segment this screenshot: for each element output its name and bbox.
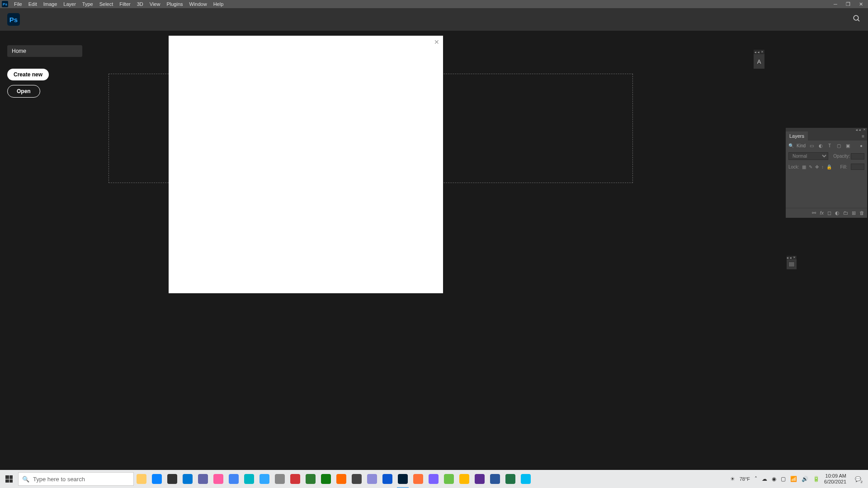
tray-chevron-icon[interactable]: ˄: [755, 476, 757, 482]
main-workspace: Home Create new Open ✕ ◄◄ ✕ A ◄◄ ✕ Layer…: [0, 31, 868, 470]
delete-layer-icon[interactable]: 🗑: [859, 210, 864, 216]
layer-style-icon[interactable]: fx: [820, 210, 824, 216]
new-layer-icon[interactable]: ⊞: [852, 210, 856, 216]
menu-layer[interactable]: Layer: [60, 1, 79, 7]
network-icon[interactable]: 📶: [790, 476, 797, 482]
taskbar-app-0[interactable]: [134, 470, 149, 488]
taskbar-app-7[interactable]: [241, 470, 257, 488]
close-icon[interactable]: ✕: [855, 1, 866, 7]
search-icon[interactable]: 🔍: [788, 143, 794, 148]
taskbar-app-10[interactable]: [288, 470, 303, 488]
dialog-close-icon[interactable]: ✕: [434, 38, 439, 46]
lock-pixels-icon[interactable]: ✎: [809, 164, 812, 169]
taskbar-app-9[interactable]: [272, 470, 288, 488]
taskbar-app-11[interactable]: [303, 470, 318, 488]
menu-plugins[interactable]: Plugins: [163, 1, 186, 7]
menu-file[interactable]: File: [11, 1, 25, 7]
notification-center-icon[interactable]: 💬2: [851, 472, 865, 486]
collapsed-panel-icon[interactable]: [787, 259, 797, 269]
taskbar-app-18[interactable]: [410, 470, 426, 488]
weather-temp[interactable]: 78°F: [740, 476, 750, 482]
fill-input[interactable]: [851, 164, 864, 170]
start-button[interactable]: [0, 470, 18, 488]
taskbar-app-6[interactable]: [226, 470, 241, 488]
type-filter-icon[interactable]: T: [826, 142, 833, 149]
adjustment-filter-icon[interactable]: ◐: [817, 142, 824, 149]
taskbar-app-8[interactable]: [257, 470, 272, 488]
menu-help[interactable]: Help: [210, 1, 227, 7]
taskbar-search[interactable]: 🔍 Type here to search: [18, 472, 134, 486]
character-panel-header: ◄◄ ✕: [754, 50, 764, 54]
collapse-icon[interactable]: ◄◄: [786, 256, 792, 259]
layer-mask-icon[interactable]: ◻: [827, 210, 831, 216]
ps-logo[interactable]: Ps: [7, 13, 20, 26]
onedrive-icon[interactable]: ☁: [762, 476, 767, 482]
svg-point-0: [854, 15, 859, 20]
meet-now-icon[interactable]: ▢: [781, 476, 786, 482]
clock[interactable]: 10:09 AM 6/20/2021: [824, 473, 846, 485]
minimize-icon[interactable]: ─: [830, 1, 841, 7]
taskbar-app-16[interactable]: [380, 470, 395, 488]
taskbar-app-15[interactable]: [364, 470, 380, 488]
lock-all-icon[interactable]: 🔒: [826, 164, 832, 169]
blend-mode-select[interactable]: Normal: [788, 152, 828, 160]
menu-image[interactable]: Image: [40, 1, 61, 7]
taskbar-app-1[interactable]: [149, 470, 165, 488]
link-layers-icon[interactable]: ⚯: [812, 210, 816, 216]
kind-label: Kind: [797, 143, 806, 148]
menu-type[interactable]: Type: [79, 1, 96, 7]
battery-icon[interactable]: 🔋: [813, 476, 820, 482]
smart-filter-icon[interactable]: ▣: [844, 142, 851, 149]
menu-filter[interactable]: Filter: [116, 1, 133, 7]
taskbar-app-20[interactable]: [441, 470, 457, 488]
lock-nesting-icon[interactable]: ↕: [821, 164, 824, 169]
shape-filter-icon[interactable]: ▢: [835, 142, 842, 149]
maximize-icon[interactable]: ❐: [843, 1, 854, 7]
group-icon[interactable]: 🗀: [843, 210, 848, 216]
sidebar-tab-home[interactable]: Home: [7, 45, 82, 57]
menu-window[interactable]: Window: [186, 1, 210, 7]
lock-position-icon[interactable]: ✥: [815, 164, 819, 169]
layers-list[interactable]: [786, 172, 867, 208]
blend-mode-row: Normal Opacity:: [786, 150, 867, 162]
layer-filter-row: 🔍 Kind ▭ ◐ T ▢ ▣ ●: [786, 141, 867, 150]
menu-3d[interactable]: 3D: [134, 1, 146, 7]
search-icon: 🔍: [22, 476, 29, 483]
taskbar-app-23[interactable]: [487, 470, 503, 488]
taskbar-app-24[interactable]: [503, 470, 518, 488]
panel-close-icon[interactable]: ✕: [761, 50, 764, 54]
search-icon[interactable]: [853, 14, 861, 25]
taskbar-app-22[interactable]: [472, 470, 487, 488]
collapse-icon[interactable]: ◄◄: [754, 51, 760, 54]
panel-close-icon[interactable]: ✕: [863, 128, 866, 131]
lock-transparency-icon[interactable]: ▦: [802, 164, 806, 169]
taskbar-app-14[interactable]: [349, 470, 364, 488]
taskbar-app-4[interactable]: [195, 470, 211, 488]
taskbar-app-2[interactable]: [165, 470, 180, 488]
taskbar-app-17[interactable]: [395, 470, 410, 488]
panel-menu-icon[interactable]: ≡: [862, 134, 867, 139]
create-new-button[interactable]: Create new: [7, 69, 49, 80]
layers-tab[interactable]: Layers: [786, 131, 808, 141]
collapse-icon[interactable]: ◄◄: [855, 128, 861, 131]
taskbar-app-21[interactable]: [457, 470, 472, 488]
taskbar-app-12[interactable]: [318, 470, 334, 488]
taskbar-app-19[interactable]: [426, 470, 441, 488]
pixel-filter-icon[interactable]: ▭: [808, 142, 815, 149]
taskbar-app-25[interactable]: [518, 470, 533, 488]
open-button[interactable]: Open: [7, 85, 40, 98]
tray-app-icon[interactable]: ◉: [772, 476, 776, 482]
weather-icon[interactable]: ☀: [730, 476, 735, 482]
opacity-input[interactable]: [851, 153, 864, 160]
character-panel[interactable]: A: [754, 54, 764, 69]
menu-view[interactable]: View: [146, 1, 164, 7]
menu-select[interactable]: Select: [96, 1, 117, 7]
speaker-icon[interactable]: 🔊: [802, 476, 808, 482]
filter-toggle-icon[interactable]: ●: [858, 142, 864, 149]
menu-edit[interactable]: Edit: [25, 1, 40, 7]
panel-close-icon[interactable]: ✕: [793, 256, 796, 259]
adjustment-layer-icon[interactable]: ◐: [835, 210, 840, 216]
taskbar-app-3[interactable]: [180, 470, 195, 488]
taskbar-app-5[interactable]: [211, 470, 226, 488]
taskbar-app-13[interactable]: [334, 470, 349, 488]
